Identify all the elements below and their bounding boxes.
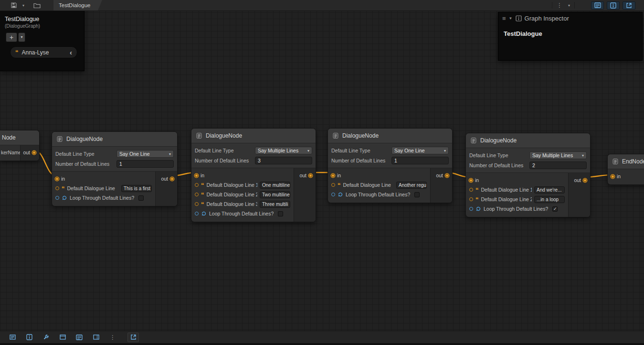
string-port[interactable] [469,197,473,201]
string-port[interactable] [195,183,199,187]
loop-checkbox[interactable] [138,195,144,201]
port-row: “ Default Dialogue Line Another regu [328,181,430,189]
dialogue-node-3[interactable]: DialogueNode Default Line Type Say One L… [327,128,453,203]
dialogue-line-field[interactable]: One multiline [260,182,290,189]
external-link-icon [130,334,137,340]
toggle-inspector-button[interactable] [607,1,620,10]
number-of-lines-field[interactable]: 1 [116,160,174,168]
field-value: 2 [532,162,535,168]
number-of-lines-field[interactable]: 2 [529,162,587,169]
out-port[interactable] [583,179,587,182]
node-title-bar[interactable]: DialogueNode [328,129,452,143]
blackboard-variable-row[interactable]: “ Anna-Lyse ‹ [10,46,77,58]
graph-inspector-toggle-button[interactable] [23,333,35,342]
string-port[interactable] [195,193,199,196]
property-row: Default Line Type Say One Line ▾ [55,150,174,158]
node-properties: Default Line Type Say Multiple Lines ▾ N… [191,143,316,168]
port-row: “ Default Dialogue Line 2 ...in a loop [466,195,568,204]
more-options-button[interactable]: ⋮ [555,1,564,9]
dialogue-node-4[interactable]: DialogueNode Default Line Type Say Multi… [465,133,591,217]
blackboard-toggle-button[interactable] [74,333,85,342]
in-port[interactable] [195,174,198,177]
property-row: Number of Default Lines 2 [469,161,587,170]
add-variable-dropdown[interactable]: ▾ [18,32,25,42]
number-of-lines-field[interactable]: 1 [391,157,449,164]
side-panel-toggle-button[interactable] [90,333,102,342]
port-row: “ Default Dialogue Line 1 And we're... [466,185,568,194]
toggle-blackboard-button[interactable] [591,1,604,10]
line-type-dropdown[interactable]: Say One Line ▾ [391,147,449,154]
bool-port[interactable] [331,193,335,196]
out-port[interactable] [170,177,174,181]
end-node[interactable]: EndNode in [607,154,644,185]
save-button[interactable] [9,1,19,10]
in-port[interactable] [55,177,59,181]
out-port[interactable] [32,151,36,154]
node-title-bar[interactable]: EndNode [608,154,644,169]
string-port[interactable] [331,183,335,187]
dropdown-arrow-icon: ▾ [307,149,309,153]
bool-port[interactable] [55,196,59,200]
save-options-dropdown[interactable]: ▾ [21,2,26,9]
line-type-dropdown[interactable]: Say Multiple Lines ▾ [255,147,312,154]
port-row: “ Default Dialogue Line This is a first [52,184,155,193]
console-panel-button[interactable] [7,333,18,342]
open-asset-button[interactable] [32,1,42,10]
bottom-strip [0,343,644,345]
dialogue-line-field[interactable]: This is a first [121,185,152,192]
line-label: Default Dialogue Line 1 [207,182,258,188]
open-external-button[interactable] [127,333,139,342]
number-of-lines-field[interactable]: 3 [255,157,312,164]
open-in-window-button[interactable] [623,1,635,10]
loop-checkbox[interactable] [278,211,283,216]
loop-checkbox[interactable] [414,192,420,197]
quote-icon: “ [201,202,204,206]
out-port[interactable] [445,174,449,177]
quote-icon: “ [475,188,479,192]
collapse-chevron-icon[interactable]: ‹ [70,49,72,56]
node-title-bar[interactable]: DialogueNode [191,129,316,143]
preferences-button[interactable] [40,333,52,342]
node-title-bar[interactable]: DialogueNode [466,133,590,148]
quote-icon: “ [475,197,479,202]
dialogue-line-field[interactable]: And we're... [534,186,565,194]
dialogue-node-1[interactable]: DialogueNode Default Line Type Say One L… [52,131,178,206]
more-options-dropdown[interactable]: ▾ [567,2,571,9]
string-port[interactable] [469,188,473,192]
in-port[interactable] [331,174,335,177]
add-variable-button[interactable]: + [6,32,17,42]
dropdown-value: Say Multiple Lines [258,148,298,153]
dialogue-line-field[interactable]: Three multili [260,201,290,208]
dialogue-node-2[interactable]: DialogueNode Default Line Type Say Multi… [191,128,316,222]
in-port-label: in [201,172,204,178]
loop-checkbox[interactable]: ✓ [552,206,558,212]
dialogue-line-field[interactable]: Two multiline [260,191,290,198]
start-node-partial[interactable]: Node kerName out [0,130,40,161]
string-port[interactable] [195,202,199,206]
bool-port[interactable] [469,207,473,211]
minimap-toggle-button[interactable] [57,333,68,342]
collapse-arrow-icon[interactable]: ▼ [509,16,513,21]
drag-handle-icon[interactable]: ≡ [502,15,506,22]
graph-breadcrumb-tab[interactable]: TestDialogue [53,0,102,11]
line-type-dropdown[interactable]: Say One Line ▾ [116,150,174,158]
property-label: Number of Default Lines [331,158,391,163]
port-row: Loop Through Default Lines? [328,190,430,199]
line-type-dropdown[interactable]: Say Multiple Lines ▾ [529,151,587,159]
in-port[interactable] [611,175,614,178]
separator [574,2,575,9]
line-value: And we're... [537,187,562,193]
string-port[interactable] [55,186,59,190]
more-options-button[interactable]: ⋮ [107,333,118,342]
external-link-icon [626,2,632,9]
graph-inspector-header[interactable]: ≡ ▼ Graph Inspector [498,12,642,24]
in-port[interactable] [469,179,473,182]
separator [552,2,552,9]
dialogue-line-field[interactable]: Another regu [396,182,427,189]
node-title-bar[interactable]: Node [0,130,39,145]
node-title-bar[interactable]: DialogueNode [52,132,177,147]
dialogue-line-field[interactable]: ...in a loop [534,196,565,203]
dropdown-value: Say One Line [119,151,150,157]
bool-port[interactable] [195,212,199,216]
out-port[interactable] [309,174,312,177]
